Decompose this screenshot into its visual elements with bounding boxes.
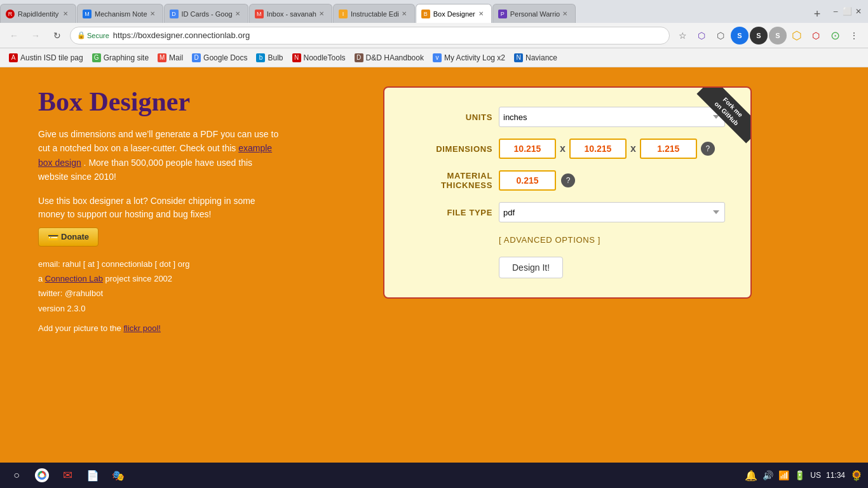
project-a: a [38,274,43,283]
tab-close-instructable[interactable]: ✕ [399,9,409,19]
tab-title-rapid: RapidIdentity [18,10,60,18]
bookmark-item-0[interactable]: A Austin ISD tile pag [5,52,87,64]
back-button[interactable]: ← [5,27,23,44]
flickr-section: Add your picture to the flickr pool! [38,323,280,333]
dimensions-row: DIMENSIONS x x ? [410,139,725,159]
maximize-button[interactable]: ⬜ [843,7,851,16]
github-ribbon[interactable]: Fork meon GitHub [687,88,750,151]
filetype-select[interactable]: pdfsvgdxf [499,202,725,222]
bookmark-item-8[interactable]: N Naviance [510,52,561,64]
reload-button[interactable]: ↻ [48,27,66,44]
tab-boxdesigner[interactable]: B Box Designer ✕ [416,4,492,23]
address-url: https://boxdesigner.connectionlab.org [113,30,663,40]
bookmark-icon[interactable]: ☆ [674,27,691,44]
tab-title-instructable: Instructable Edi [351,10,399,18]
time-display: 11:34 [826,471,845,480]
bookmark-item-1[interactable]: G Graphing site [88,52,153,64]
tab-title-boxdesigner: Box Designer [433,10,476,18]
taskbar-keyboard-layout[interactable]: US [810,471,821,480]
page-description: Give us dimensions and we’ll generate a … [38,127,280,184]
email-line: email: rahul [ at ] connectionlab [ dot … [38,257,280,271]
tab-rapid[interactable]: R RapidIdentity ✕ [0,4,76,23]
forward-button[interactable]: → [27,27,44,44]
taskbar-search[interactable]: ○ [5,464,28,487]
connection-lab-link[interactable]: Connection Lab [45,274,103,283]
address-bar-row: ← → ↻ 🔒 Secure https://boxdesigner.conne… [0,23,868,48]
flickr-prefix: Add your picture to the [38,323,121,333]
extension-5-icon[interactable]: S [769,27,787,44]
taskbar-slides[interactable]: 🎭 [107,464,130,487]
chrome-menu-icon[interactable]: ⋮ [845,27,863,44]
bookmark-item-3[interactable]: D Google Docs [188,52,251,64]
donate-description: Use this box designer a lot? Consider ch… [38,194,280,221]
tab-instructable[interactable]: I Instructable Edi ✕ [333,4,415,23]
bookmark-item-2[interactable]: M Mail [154,52,187,64]
taskbar-battery-icon[interactable]: 🔋 [794,470,805,480]
new-tab-button[interactable]: + [808,5,826,23]
donate-button[interactable]: 💳 Donate [38,227,98,247]
window-controls: – ⬜ ✕ [826,0,868,23]
taskbar-notification-icon[interactable]: 🔔 [745,470,757,482]
tab-personal[interactable]: P Personal Warrio ✕ [492,4,576,23]
tab-inbox[interactable]: M Inbox - savanah ✕ [249,4,332,23]
units-label: UNITS [410,112,492,122]
minimize-button[interactable]: – [831,7,840,16]
bookmark-label-0: Austin ISD tile pag [20,53,83,62]
tab-close-rapid[interactable]: ✕ [60,9,71,19]
dim2-input[interactable] [569,139,627,159]
page-inner: Box Designer Give us dimensions and we’l… [0,67,868,463]
form-box: Fork meon GitHub UNITS inchesmmcm DIMENS… [383,86,752,299]
material-input[interactable] [499,170,556,191]
bookmark-favicon-8: N [514,53,523,62]
tab-close-inbox[interactable]: ✕ [316,9,327,19]
address-bar[interactable]: 🔒 Secure https://boxdesigner.connectionl… [70,27,670,44]
close-button[interactable]: ✕ [854,7,863,16]
advanced-row: [ ADVANCED OPTIONS ] [410,234,725,245]
tab-title-idcards: ID Cards - Goog [182,10,233,18]
bookmark-item-6[interactable]: D D&D HAandbook [351,52,428,64]
tab-close-idcards[interactable]: ✕ [233,9,243,19]
advanced-options-link[interactable]: [ ADVANCED OPTIONS ] [499,235,600,245]
bookmark-item-7[interactable]: v My Activity Log x2 [429,52,509,64]
tab-close-personal[interactable]: ✕ [560,9,570,19]
extension-8-icon[interactable]: ⊙ [826,27,844,44]
flickr-link[interactable]: flickr pool! [123,323,161,333]
tab-favicon-mechanism: M [83,10,92,18]
extension-2-icon[interactable]: ⬡ [712,27,729,44]
toolbar-icons: ☆ ⬡ ⬡ S S S ⬡ ⬡ ⊙ ⋮ [674,27,863,44]
bookmark-label-2: Mail [169,53,183,62]
tab-strip: R RapidIdentity ✕ M Mechanism Note ✕ D I… [0,0,808,23]
design-button[interactable]: Design It! [499,257,563,278]
dim1-input[interactable] [499,139,556,159]
units-row: UNITS inchesmmcm [410,107,725,127]
taskbar-chrome[interactable] [31,464,53,487]
tab-mechanism[interactable]: M Mechanism Note ✕ [77,4,163,23]
project-line: a Connection Lab project since 2002 [38,271,280,286]
extension-7-icon[interactable]: ⬡ [807,27,825,44]
taskbar-docs[interactable]: 📄 [81,464,104,487]
bookmark-label-3: Google Docs [203,53,247,62]
material-help-icon[interactable]: ? [561,173,575,187]
taskbar-gmail[interactable]: ✉ [56,464,79,487]
extension-1-icon[interactable]: ⬡ [693,27,710,44]
tab-idcards[interactable]: D ID Cards - Goog ✕ [164,4,248,23]
github-ribbon-text: Fork meon GitHub [696,88,750,144]
tab-favicon-instructable: I [339,10,348,18]
tab-close-boxdesigner[interactable]: ✕ [476,9,486,19]
bookmark-favicon-5: N [292,53,301,62]
bookmark-item-4[interactable]: b Bulb [252,52,287,64]
chrome-titlebar: R RapidIdentity ✕ M Mechanism Note ✕ D I… [0,0,868,23]
secure-label: Secure [87,32,109,39]
tab-close-mechanism[interactable]: ✕ [147,9,158,19]
extension-6-icon[interactable]: ⬡ [788,27,806,44]
tab-favicon-boxdesigner: B [421,10,430,18]
taskbar-sound-icon[interactable]: 🔊 [763,470,773,480]
material-inputs: ? [499,170,575,191]
bookmark-label-8: Naviance [526,53,557,62]
extension-3-icon[interactable]: S [731,27,749,44]
filetype-row: FILE TYPE pdfsvgdxf [410,202,725,222]
bookmark-item-5[interactable]: N NoodleTools [288,52,349,64]
extension-4-icon[interactable]: S [750,27,768,44]
taskbar-network-icon[interactable]: 📶 [778,470,789,480]
bookmark-label-5: NoodleTools [304,53,346,62]
